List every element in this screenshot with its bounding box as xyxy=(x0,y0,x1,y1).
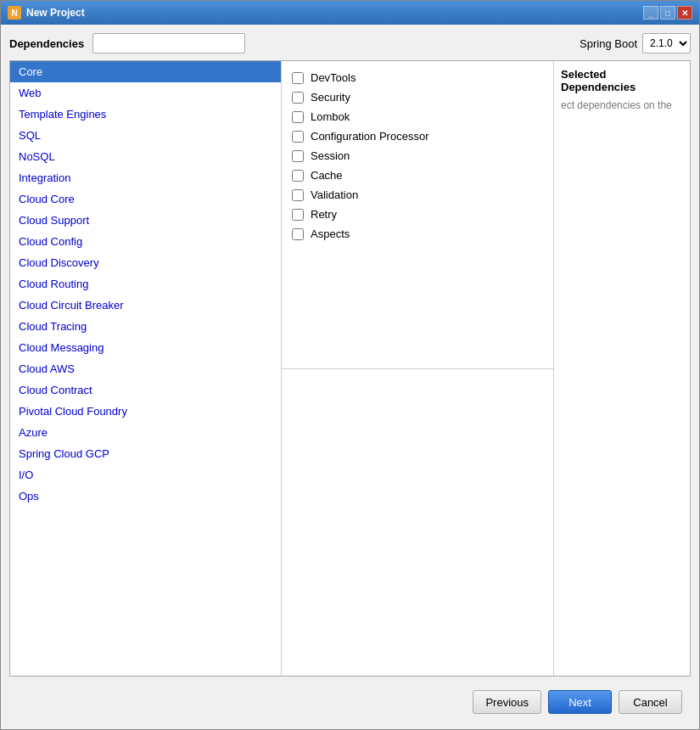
aspects-label: Aspects xyxy=(311,227,350,240)
left-item-io[interactable]: I/O xyxy=(10,464,281,486)
spring-boot-version-select[interactable]: 2.1.0 2.0.9 2.0.8 xyxy=(642,33,691,53)
retry-label: Retry xyxy=(311,208,337,221)
close-button[interactable]: ✕ xyxy=(677,6,692,20)
config-processor-checkbox[interactable] xyxy=(292,131,304,143)
dep-item-aspects: Aspects xyxy=(288,224,546,244)
left-item-web[interactable]: Web xyxy=(10,82,281,104)
lombok-checkbox[interactable] xyxy=(292,111,304,123)
content-area: Dependencies Spring Boot 2.1.0 2.0.9 2.0… xyxy=(1,25,699,729)
maximize-button[interactable]: □ xyxy=(660,6,675,20)
description-area xyxy=(282,369,553,677)
title-bar-left: N New Project xyxy=(8,6,85,20)
left-item-cloud-support[interactable]: Cloud Support xyxy=(10,210,281,231)
left-item-cloud-discovery[interactable]: Cloud Discovery xyxy=(10,252,281,273)
devtools-label: DevTools xyxy=(311,71,356,84)
devtools-checkbox[interactable] xyxy=(292,72,304,84)
previous-button[interactable]: Previous xyxy=(473,690,541,714)
cancel-button[interactable]: Cancel xyxy=(619,690,682,714)
dependencies-label: Dependencies xyxy=(9,37,84,50)
title-bar: N New Project _ □ ✕ xyxy=(1,1,699,25)
left-item-cloud-config[interactable]: Cloud Config xyxy=(10,231,281,252)
app-icon: N xyxy=(8,6,21,20)
dep-item-devtools: DevTools xyxy=(288,68,546,87)
config-processor-label: Configuration Processor xyxy=(311,130,428,143)
left-item-template-engines[interactable]: Template Engines xyxy=(10,104,281,125)
dep-item-config-processor: Configuration Processor xyxy=(288,126,546,146)
right-panel: Selected Dependencies ect dependencies o… xyxy=(554,61,690,676)
security-label: Security xyxy=(311,91,350,104)
spring-boot-label: Spring Boot xyxy=(580,37,637,50)
left-item-core[interactable]: Core xyxy=(10,61,281,82)
minimize-button[interactable]: _ xyxy=(643,6,658,20)
cache-label: Cache xyxy=(311,169,343,182)
dep-item-cache: Cache xyxy=(288,166,546,185)
dependencies-list: DevTools Security Lombok Configuration P… xyxy=(282,61,553,369)
retry-checkbox[interactable] xyxy=(292,209,304,221)
window-title: New Project xyxy=(26,7,85,19)
next-button[interactable]: Next xyxy=(548,690,612,714)
left-item-cloud-aws[interactable]: Cloud AWS xyxy=(10,358,281,379)
left-item-cloud-contract[interactable]: Cloud Contract xyxy=(10,379,281,401)
selected-dependencies-title: Selected Dependencies xyxy=(561,68,683,93)
dep-item-security: Security xyxy=(288,87,546,107)
left-item-nosql[interactable]: NoSQL xyxy=(10,146,281,167)
left-item-cloud-routing[interactable]: Cloud Routing xyxy=(10,273,281,295)
left-item-cloud-tracing[interactable]: Cloud Tracing xyxy=(10,316,281,337)
left-item-integration[interactable]: Integration xyxy=(10,167,281,188)
dep-item-validation: Validation xyxy=(288,185,546,205)
main-panel: Core Web Template Engines SQL NoSQL Inte… xyxy=(9,60,691,677)
cache-checkbox[interactable] xyxy=(292,170,304,182)
session-label: Session xyxy=(311,149,350,162)
title-bar-controls: _ □ ✕ xyxy=(643,6,692,20)
dep-item-session: Session xyxy=(288,146,546,166)
left-item-azure[interactable]: Azure xyxy=(10,422,281,443)
aspects-checkbox[interactable] xyxy=(292,228,304,240)
security-checkbox[interactable] xyxy=(292,92,304,104)
dep-item-retry: Retry xyxy=(288,205,546,224)
lombok-label: Lombok xyxy=(311,110,350,123)
main-window: N New Project _ □ ✕ Dependencies Spring … xyxy=(0,0,700,730)
left-panel: Core Web Template Engines SQL NoSQL Inte… xyxy=(10,61,282,676)
spring-boot-area: Spring Boot 2.1.0 2.0.9 2.0.8 xyxy=(580,33,691,53)
selected-dependencies-hint: ect dependencies on the xyxy=(561,98,683,113)
left-item-pivotal-cloud-foundry[interactable]: Pivotal Cloud Foundry xyxy=(10,401,281,422)
left-item-cloud-messaging[interactable]: Cloud Messaging xyxy=(10,337,281,358)
left-item-ops[interactable]: Ops xyxy=(10,486,281,507)
left-item-sql[interactable]: SQL xyxy=(10,125,281,146)
session-checkbox[interactable] xyxy=(292,150,304,162)
bottom-bar: Previous Next Cancel xyxy=(9,683,691,721)
middle-panel: DevTools Security Lombok Configuration P… xyxy=(282,61,554,676)
left-item-cloud-core[interactable]: Cloud Core xyxy=(10,188,281,210)
left-item-spring-cloud-gcp[interactable]: Spring Cloud GCP xyxy=(10,443,281,464)
left-item-cloud-circuit-breaker[interactable]: Cloud Circuit Breaker xyxy=(10,295,281,316)
validation-label: Validation xyxy=(311,188,358,201)
dep-item-lombok: Lombok xyxy=(288,107,546,126)
validation-checkbox[interactable] xyxy=(292,189,304,201)
search-input[interactable] xyxy=(92,33,245,53)
top-bar: Dependencies Spring Boot 2.1.0 2.0.9 2.0… xyxy=(9,33,691,53)
